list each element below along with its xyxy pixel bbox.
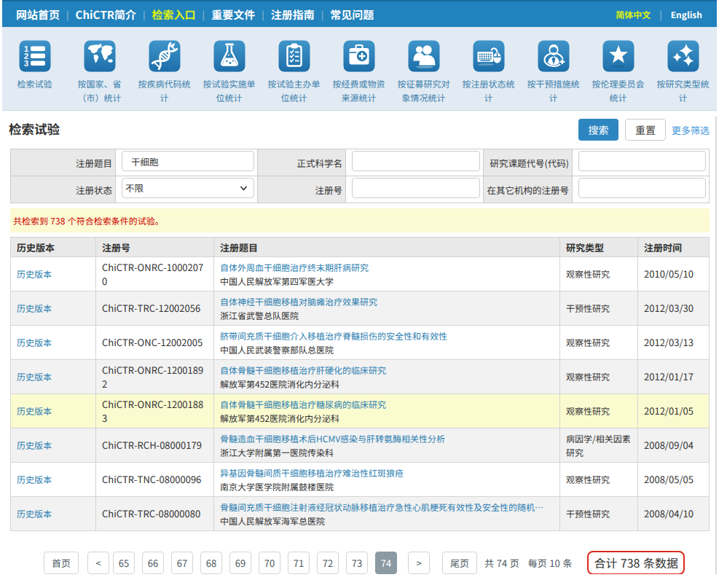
svg-text:3: 3 (23, 59, 28, 68)
